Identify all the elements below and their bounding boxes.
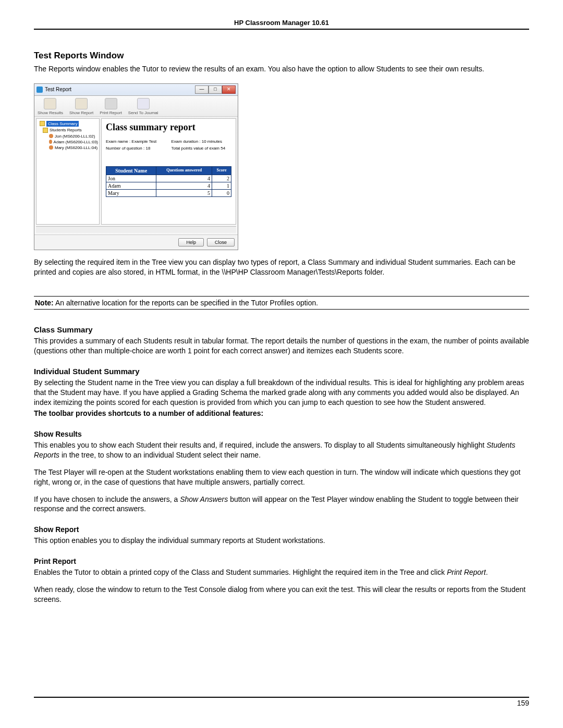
cell-answered: 4: [156, 182, 212, 189]
individual-heading: Individual Student Summary: [34, 367, 529, 376]
meta-total-points: Total points value of exam 54: [172, 146, 232, 151]
toolbar: Show Results Show Report Print Report Se…: [34, 96, 238, 117]
individual-text: By selecting the Student name in the Tre…: [34, 378, 529, 408]
app-icon: [36, 87, 43, 93]
table-row: Adam41: [106, 182, 231, 189]
show-report-heading: Show Report: [34, 525, 529, 534]
print-report-p1b: .: [486, 568, 488, 576]
send-journal-icon: [137, 98, 150, 109]
folder-icon: [40, 121, 45, 126]
col-score: Score: [212, 166, 231, 175]
person-icon: [49, 140, 52, 144]
meta-exam-name: Exam name : Example Test: [106, 139, 166, 144]
page-footer: 159: [34, 697, 529, 707]
meta-num-questions: Number of question : 18: [106, 146, 166, 151]
print-report-p1a: Enables the Tutor to obtain a printed co…: [34, 568, 447, 576]
report-title: Class summary report: [106, 122, 231, 133]
show-results-tool[interactable]: Show Results: [38, 98, 63, 115]
help-button[interactable]: Help: [178, 238, 204, 246]
class-summary-heading: Class Summary: [34, 325, 529, 334]
print-report-label: Print Report: [100, 110, 122, 115]
print-report-tool[interactable]: Print Report: [100, 98, 122, 115]
test-report-screenshot: Test Report — □ ✕ Show Results Show Repo…: [34, 83, 238, 250]
tree-panel: Class Summary Students Reports Jon (MS62…: [36, 118, 100, 225]
table-row: Jon42: [106, 175, 231, 182]
minimize-button[interactable]: —: [195, 85, 209, 94]
tree-students-reports-label: Students Reports: [50, 128, 82, 132]
print-report-em: Print Report: [447, 568, 486, 576]
tree-student-label: Mary (MS6200-LLL:04): [55, 145, 97, 150]
section-title: Test Reports Window: [34, 51, 529, 61]
tree-student-item[interactable]: Mary (MS6200-LLL:04): [38, 145, 98, 151]
window-titlebar: Test Report — □ ✕: [34, 84, 238, 96]
close-button[interactable]: Close: [207, 238, 235, 246]
after-shot-text: By selecting the required item in the Tr…: [34, 257, 529, 277]
show-results-p1a: This enables you to show each Student th…: [34, 441, 486, 449]
person-icon: [49, 134, 53, 138]
cell-score: 0: [212, 189, 231, 196]
cell-answered: 5: [156, 189, 212, 196]
tree-student-label: Jon (MS6200-LLL:02): [55, 134, 95, 139]
tree-student-item[interactable]: Jon (MS6200-LLL:02): [38, 133, 98, 139]
horizontal-scrollbar[interactable]: [36, 226, 236, 233]
show-results-p1: This enables you to show each Student th…: [34, 440, 529, 460]
maximize-button[interactable]: □: [209, 85, 222, 94]
section-intro: The Reports window enables the Tutor to …: [34, 64, 529, 74]
show-results-p1b: in the tree, to show to an individual St…: [59, 451, 261, 459]
toolbar-line: The toolbar provides shortcuts to a numb…: [34, 409, 529, 418]
meta-exam-duration: Exam duration : 10 minutes: [172, 139, 232, 144]
show-report-text: This option enables you to display the i…: [34, 536, 529, 546]
print-report-heading: Print Report: [34, 557, 529, 565]
report-content: Class summary report Exam name : Example…: [101, 118, 236, 225]
cell-score: 2: [212, 175, 231, 182]
person-icon: [49, 145, 53, 150]
print-report-icon: [105, 98, 117, 109]
cell-name: Adam: [106, 182, 156, 189]
tree-student-label: Adam (MS6200-LLL:03): [54, 140, 98, 144]
cell-name: Jon: [106, 175, 156, 182]
table-row: Mary50: [106, 189, 231, 196]
show-report-tool[interactable]: Show Report: [69, 98, 93, 115]
cell-score: 1: [212, 182, 231, 189]
page-header: HP Classroom Manager 10.61: [34, 19, 529, 30]
show-results-em2: Show Answers: [180, 495, 228, 503]
show-results-heading: Show Results: [34, 430, 529, 438]
tree-student-item[interactable]: Adam (MS6200-LLL:03): [38, 139, 98, 145]
show-results-label: Show Results: [38, 110, 63, 115]
col-student-name: Student Name: [106, 166, 156, 175]
note-box: Note: An alternative location for the re…: [34, 296, 529, 310]
show-report-label: Show Report: [69, 110, 93, 115]
print-report-p1: Enables the Tutor to obtain a printed co…: [34, 567, 529, 577]
show-report-icon: [75, 98, 88, 109]
show-results-p3: If you have chosen to include the answer…: [34, 495, 529, 514]
folder-icon: [43, 128, 48, 133]
tree-class-summary[interactable]: Class Summary: [38, 120, 98, 127]
cell-name: Mary: [106, 189, 156, 196]
show-results-p2: The Test Player will re-open at the Stud…: [34, 467, 529, 487]
note-label: Note:: [35, 299, 54, 307]
tree-students-reports[interactable]: Students Reports: [38, 127, 98, 133]
note-text: An alternative location for the reports …: [54, 299, 318, 307]
show-results-icon: [44, 98, 56, 109]
print-report-p2: When ready, close the window to return t…: [34, 585, 529, 604]
col-answered: Questions answered: [156, 166, 212, 175]
tree-class-summary-label: Class Summary: [46, 121, 79, 127]
window-title: Test Report: [45, 87, 71, 92]
close-window-button[interactable]: ✕: [222, 85, 236, 94]
results-table: Student Name Questions answered Score Jo…: [106, 166, 231, 197]
class-summary-text: This provides a summary of each Students…: [34, 336, 529, 356]
send-journal-tool[interactable]: Send To Journal: [128, 98, 158, 115]
send-journal-label: Send To Journal: [128, 110, 158, 115]
cell-answered: 4: [156, 175, 212, 182]
show-results-p3a: If you have chosen to include the answer…: [34, 495, 180, 503]
